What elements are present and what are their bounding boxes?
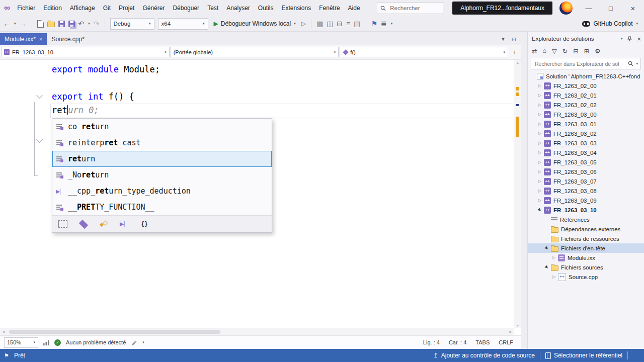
completion-item[interactable]: ▶▏__cpp_return_type_deduction	[52, 183, 272, 199]
quick-search-box[interactable]	[377, 2, 443, 14]
tab-source-cpp[interactable]: Source.cpp*	[47, 33, 89, 45]
minimize-button[interactable]: —	[578, 0, 600, 16]
properties-icon[interactable]: ⚙	[595, 47, 600, 55]
undo-caret-icon[interactable]: ▾	[88, 22, 90, 26]
chevron-collapsed-icon[interactable]: ▷	[537, 198, 543, 203]
solution-explorer-search[interactable]: ▾	[531, 58, 641, 69]
scroll-down-icon[interactable]: ▼	[514, 324, 521, 327]
rows-icon[interactable]: ▤	[354, 20, 360, 27]
chevron-collapsed-icon[interactable]: ▷	[537, 169, 543, 174]
tree-item[interactable]: ▷++FR_1263_03_03	[528, 138, 644, 148]
search-input[interactable]	[389, 5, 431, 12]
collapse-all-icon[interactable]: ⊟	[573, 47, 578, 55]
redo-icon[interactable]: ↷	[94, 20, 100, 27]
tree-item[interactable]: ▷++FR_1263_03_07	[528, 176, 644, 186]
navigate-backward-caret-icon[interactable]: ▾	[14, 22, 16, 26]
scroll-right-icon[interactable]: ▶	[507, 330, 514, 334]
panel-options-caret-icon[interactable]: ▾	[621, 37, 623, 41]
chevron-collapsed-icon[interactable]: ▷	[551, 275, 557, 279]
collapse-panel-icon[interactable]: ⊟	[337, 20, 343, 27]
menu-aide[interactable]: Aide	[344, 3, 364, 14]
start-without-debugging-icon[interactable]: ▷	[301, 20, 306, 27]
completion-item[interactable]: __PRETTY_FUNCTION__	[52, 199, 272, 215]
tree-item[interactable]: ▷++FR_1263_02_01	[528, 90, 644, 100]
completion-item[interactable]: co_return	[52, 119, 272, 135]
open-file-icon[interactable]	[47, 22, 55, 27]
tree-item[interactable]: ▷Module.ixx	[528, 253, 644, 262]
completion-item[interactable]: return	[52, 151, 272, 167]
tree-item[interactable]: ▷++FR_1263_03_08	[528, 186, 644, 196]
panel-splitter[interactable]	[521, 32, 527, 349]
no-problems-icon[interactable]: ✓	[54, 339, 61, 346]
fold-collapse-icon[interactable]	[36, 136, 43, 143]
tree-item[interactable]: ▷++FR_1263_03_01	[528, 119, 644, 129]
undo-icon[interactable]: ↶	[78, 20, 85, 27]
chevron-expanded-icon[interactable]: ▶	[536, 206, 544, 214]
close-button[interactable]: ×	[622, 0, 644, 16]
tabs-indicator[interactable]: TABS	[475, 339, 490, 345]
chevron-expanded-icon[interactable]: ▶	[543, 263, 551, 271]
add-to-source-control-button[interactable]: ↥ Ajouter au contrôle de code source	[433, 352, 535, 359]
tree-item[interactable]: Références	[528, 215, 644, 224]
select-repository-button[interactable]: Sélectionner le référentiel	[545, 352, 622, 359]
chevron-collapsed-icon[interactable]: ▷	[537, 83, 543, 88]
tree-item[interactable]: ▷++FR_1263_03_00	[528, 110, 644, 119]
tree-item[interactable]: ▷++FR_1263_02_02	[528, 100, 644, 110]
eol-indicator[interactable]: CRLF	[499, 339, 513, 345]
menu-extensions[interactable]: Extensions	[278, 3, 315, 14]
project-dropdown[interactable]: ++ FR_1263_03_10 ▾	[1, 47, 170, 57]
chevron-collapsed-icon[interactable]: ▷	[537, 160, 543, 164]
feedback-flag-icon[interactable]: ⚑	[4, 352, 9, 359]
solution-platform-dropdown[interactable]: x64▾	[158, 18, 208, 30]
home-icon[interactable]: ⌂	[542, 47, 546, 54]
new-file-icon[interactable]	[37, 20, 44, 28]
completion-filter-types-icon[interactable]	[79, 219, 88, 228]
chevron-collapsed-icon[interactable]: ▷	[537, 131, 543, 136]
grid-icon[interactable]: ▦	[316, 20, 323, 27]
completion-item[interactable]: reinterpret_cast	[52, 135, 272, 151]
show-all-files-icon[interactable]: ⊞	[584, 47, 589, 55]
chevron-collapsed-icon[interactable]: ▷	[537, 150, 543, 155]
chevron-collapsed-icon[interactable]: ▷	[551, 255, 557, 260]
tree-item[interactable]: Solution ' Alphorm_FR1263-C++fond	[528, 71, 644, 81]
vertical-scrollbar[interactable]: ▲ ▼	[514, 60, 521, 328]
code-line-2[interactable]	[0, 76, 514, 90]
menu-edition[interactable]: Edition	[39, 3, 66, 14]
pending-changes-filter-icon[interactable]: ▽	[552, 47, 557, 55]
tree-item[interactable]: ▷++FR_1263_03_04	[528, 148, 644, 157]
maximize-button[interactable]: □	[600, 0, 622, 16]
switch-views-icon[interactable]: ⇄	[532, 47, 537, 55]
column-indicator[interactable]: Car. : 4	[449, 339, 466, 345]
horizontal-scrollbar[interactable]: ◀ ▶	[0, 328, 514, 335]
solution-configuration-dropdown[interactable]: Debug▾	[110, 18, 154, 30]
split-pane-icon[interactable]: ◫	[327, 20, 333, 27]
chevron-expanded-icon[interactable]: ▶	[543, 244, 551, 252]
completion-filter-snippets-icon[interactable]	[100, 221, 108, 228]
float-window-icon[interactable]: ⊡	[512, 36, 516, 43]
bookmark-icon[interactable]: ⚑	[371, 20, 378, 27]
code-cleanup-icon[interactable]	[131, 339, 137, 345]
firefox-icon[interactable]	[559, 2, 573, 15]
chevron-collapsed-icon[interactable]: ▷	[537, 189, 543, 193]
tree-item[interactable]: ▷++Source.cpp	[528, 272, 644, 282]
task-list-icon[interactable]: ≣	[381, 20, 387, 27]
solution-explorer-header[interactable]: Explorateur de solutions ▾ ×	[528, 32, 644, 45]
chevron-down-icon[interactable]: ▾	[142, 340, 144, 344]
completion-filter-keywords-icon[interactable]: {}	[140, 220, 148, 229]
chevron-collapsed-icon[interactable]: ▷	[537, 112, 543, 117]
tree-item[interactable]: Fichiers de ressources	[528, 234, 644, 243]
scope-dropdown[interactable]: (Portée globale) ▾	[171, 47, 339, 57]
menu-fichier[interactable]: Fichier	[13, 3, 39, 14]
menu-test[interactable]: Test	[203, 3, 222, 14]
tree-item[interactable]: ▷++FR_1263_03_02	[528, 129, 644, 138]
save-icon[interactable]	[58, 21, 65, 27]
line-indicator[interactable]: Lig. : 4	[423, 339, 440, 345]
close-panel-icon[interactable]: ×	[637, 35, 641, 43]
tree-item[interactable]: ▶++FR_1263_03_10	[528, 205, 644, 215]
search-options-caret-icon[interactable]: ▾	[636, 62, 638, 66]
code-line-1[interactable]: export module Module;	[0, 63, 514, 76]
code-line-3[interactable]: export int f() {	[0, 90, 514, 104]
member-dropdown[interactable]: f() ▾	[340, 47, 508, 57]
tab-module-ixx[interactable]: Module.ixx* ×	[0, 33, 47, 45]
chevron-collapsed-icon[interactable]: ▷	[537, 93, 543, 98]
